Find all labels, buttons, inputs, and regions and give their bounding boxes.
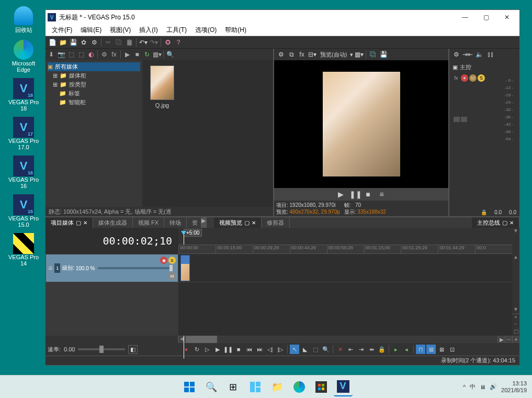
- store-icon[interactable]: [312, 378, 331, 396]
- envelope-icon[interactable]: ◣: [300, 345, 310, 354]
- go-end-icon[interactable]: ⏭: [255, 345, 264, 354]
- play-start-icon[interactable]: ▷: [202, 345, 212, 354]
- tray-chevron-icon[interactable]: ^: [463, 384, 466, 390]
- scroll-right-icon[interactable]: ▶: [497, 336, 505, 343]
- fx-chain-icon[interactable]: fx: [452, 74, 460, 82]
- go-start-icon[interactable]: ⏮: [244, 345, 254, 354]
- fx-icon[interactable]: fx: [109, 50, 119, 59]
- help-icon[interactable]: ?: [174, 38, 183, 47]
- downmix-icon[interactable]: ⇥⇤: [463, 50, 472, 59]
- explorer-icon[interactable]: 📁: [268, 378, 287, 396]
- timeline-marker[interactable]: +5:00: [184, 229, 202, 237]
- menu-edit[interactable]: 编辑(E): [76, 25, 106, 36]
- video-track-header[interactable]: ≡ 1 级别: 100.0 % ◉ S M: [46, 254, 178, 282]
- marker-in-icon[interactable]: ▸: [391, 345, 401, 354]
- trim-start-icon[interactable]: ⇤: [346, 345, 355, 354]
- tab-scroll-icon[interactable]: ▶: [201, 217, 207, 228]
- edge-taskbar-icon[interactable]: [290, 378, 309, 396]
- menu-help[interactable]: 帮助(H): [221, 25, 251, 36]
- split-icon[interactable]: ⇹: [367, 345, 376, 354]
- snap-icon[interactable]: ⊓: [416, 345, 425, 354]
- render-icon[interactable]: ✿: [79, 38, 88, 47]
- dim-icon[interactable]: 🔈: [474, 50, 484, 59]
- play-icon[interactable]: ▶: [336, 190, 346, 198]
- record-icon[interactable]: ●: [182, 345, 191, 354]
- zoom-icon[interactable]: 🔍: [321, 345, 331, 354]
- solo-icon[interactable]: S: [478, 74, 485, 82]
- tab-trimmer[interactable]: 修剪器: [262, 217, 290, 228]
- tree-item[interactable]: 📁标签: [48, 89, 140, 98]
- timeline-scrollbar[interactable]: ◀ ▶ − +: [46, 336, 519, 343]
- stop-icon[interactable]: ■: [234, 345, 243, 354]
- trim-end-icon[interactable]: ⇥: [356, 345, 366, 354]
- marker-tool-icon[interactable]: ▼: [512, 228, 519, 254]
- play-icon[interactable]: ▶: [122, 50, 132, 59]
- tab-transitions[interactable]: 转场: [164, 217, 187, 228]
- open-icon[interactable]: 📁: [58, 38, 67, 47]
- tree-item[interactable]: ⊞ 📁按类型: [48, 80, 140, 89]
- menu-icon[interactable]: ≡: [377, 190, 387, 198]
- timeline-ruler[interactable]: +5:00 00:00:00 00:00:15;00 00:00:29;29 0…: [178, 228, 512, 254]
- split-icon[interactable]: ⊟▾: [308, 50, 317, 59]
- desktop-icon-recycle[interactable]: 回收站: [5, 5, 42, 34]
- close-button[interactable]: ✕: [496, 11, 517, 24]
- properties-icon[interactable]: ⚙: [99, 50, 109, 59]
- tree-item[interactable]: 📁智能柜: [48, 98, 140, 107]
- desktop-icon-vegas18[interactable]: V18 VEGAS Pro 18: [5, 78, 42, 112]
- new-icon[interactable]: 📄: [48, 38, 57, 47]
- rate-reset-icon[interactable]: ◧: [128, 345, 138, 354]
- desktop-icon-vegas16[interactable]: V16 VEGAS Pro 16: [5, 156, 42, 189]
- auto-crossfade-icon[interactable]: ⊠: [437, 345, 446, 354]
- ime-indicator[interactable]: 中: [470, 383, 476, 391]
- vegas-taskbar-icon[interactable]: V: [334, 378, 353, 396]
- menu-tools[interactable]: 工具(T): [162, 25, 191, 36]
- remove-icon[interactable]: ⬚: [76, 50, 86, 59]
- save-icon[interactable]: 💾: [69, 38, 78, 47]
- menu-view[interactable]: 视图(V): [106, 25, 135, 36]
- external-icon[interactable]: ⧉: [287, 50, 296, 59]
- cut-icon[interactable]: ✂: [104, 38, 113, 47]
- tab-video-fx[interactable]: 视频 FX: [133, 217, 164, 228]
- stop-icon[interactable]: ■: [363, 190, 373, 198]
- minimize-button[interactable]: —: [455, 11, 476, 24]
- track-mute-icon[interactable]: M: [168, 272, 176, 280]
- stop-icon[interactable]: ■: [132, 50, 142, 59]
- mute-icon[interactable]: M: [469, 74, 477, 82]
- faders-icon[interactable]: ⫿⫿: [486, 50, 495, 59]
- paste-icon[interactable]: 📋: [124, 38, 134, 47]
- desktop-icon-vegas15[interactable]: V15 VEGAS Pro 15.0: [5, 194, 42, 228]
- redo-icon[interactable]: ↷▾: [149, 38, 159, 47]
- pause-icon[interactable]: ❚❚: [349, 190, 360, 198]
- track-motion-icon[interactable]: ◉: [160, 257, 167, 264]
- tutorial-icon[interactable]: ✪: [163, 38, 173, 47]
- stereo-split-icon[interactable]: [454, 117, 467, 122]
- desktop-icon-edge[interactable]: Microsoft Edge: [5, 39, 42, 73]
- tree-item[interactable]: ⊞ 📁媒体柜: [48, 71, 140, 80]
- search-icon[interactable]: 🔍: [202, 378, 221, 396]
- get-media-icon[interactable]: ⬚: [66, 50, 76, 59]
- video-fx-icon[interactable]: fx: [297, 50, 307, 59]
- level-slider[interactable]: [98, 267, 173, 269]
- widgets-icon[interactable]: [246, 378, 265, 396]
- tab-media-generators[interactable]: 媒体生成器: [93, 217, 133, 228]
- titlebar[interactable]: V 无标题 * - VEGAS Pro 15.0 — ▢ ✕: [46, 10, 519, 25]
- search-icon[interactable]: 🔍: [165, 50, 175, 59]
- delete-icon[interactable]: ✕: [335, 345, 345, 354]
- track-content[interactable]: [178, 254, 512, 336]
- track-solo-icon[interactable]: S: [168, 257, 176, 264]
- tab-explorer[interactable]: 资: [187, 217, 201, 228]
- overlay-icon[interactable]: ▦▾: [354, 50, 364, 59]
- zoom-in-icon[interactable]: +: [512, 336, 519, 343]
- auto-ripple-icon[interactable]: ⊠: [426, 345, 436, 354]
- video-clip[interactable]: [180, 255, 190, 281]
- lock-icon[interactable]: 🔒: [377, 345, 387, 354]
- capture-icon[interactable]: 📷: [56, 50, 66, 59]
- import-icon[interactable]: ⬇: [47, 50, 56, 59]
- vertical-scrollbar[interactable]: ▲ ▼ + − ▢: [512, 254, 519, 336]
- project-props-icon[interactable]: ⚙: [276, 50, 286, 59]
- pause-icon[interactable]: ❚❚: [223, 345, 233, 354]
- copy-snapshot-icon[interactable]: ⿻: [368, 50, 378, 59]
- copy-icon[interactable]: ⿻: [114, 38, 123, 47]
- desktop-icon-vegas17[interactable]: V17 VEGAS Pro 17.0: [5, 117, 42, 150]
- menu-file[interactable]: 文件(F): [48, 25, 76, 36]
